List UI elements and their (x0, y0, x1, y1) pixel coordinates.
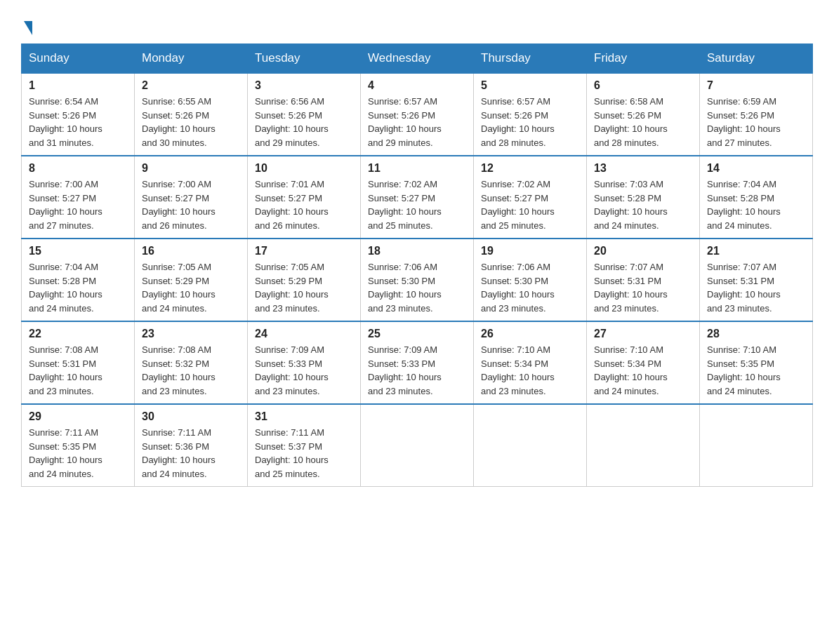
day-info: Sunrise: 7:10 AMSunset: 5:34 PMDaylight:… (594, 344, 668, 396)
calendar-cell: 5 Sunrise: 6:57 AMSunset: 5:26 PMDayligh… (474, 73, 587, 156)
calendar-cell: 9 Sunrise: 7:00 AMSunset: 5:27 PMDayligh… (135, 156, 248, 239)
logo-triangle-icon (24, 21, 32, 35)
calendar-cell: 26 Sunrise: 7:10 AMSunset: 5:34 PMDaylig… (474, 321, 587, 404)
day-info: Sunrise: 7:00 AMSunset: 5:27 PMDaylight:… (29, 179, 102, 231)
day-info: Sunrise: 7:06 AMSunset: 5:30 PMDaylight:… (481, 262, 555, 314)
day-info: Sunrise: 6:58 AMSunset: 5:26 PMDaylight:… (594, 96, 668, 148)
calendar-cell: 8 Sunrise: 7:00 AMSunset: 5:27 PMDayligh… (22, 156, 135, 239)
weekday-header-monday: Monday (135, 44, 248, 74)
day-info: Sunrise: 7:08 AMSunset: 5:31 PMDaylight:… (29, 344, 102, 396)
day-info: Sunrise: 7:07 AMSunset: 5:31 PMDaylight:… (594, 262, 668, 314)
day-number: 31 (255, 410, 353, 423)
day-number: 30 (142, 410, 240, 423)
weekday-header-friday: Friday (587, 44, 700, 74)
day-number: 16 (142, 245, 240, 257)
calendar-cell: 2 Sunrise: 6:55 AMSunset: 5:26 PMDayligh… (135, 73, 248, 156)
day-number: 28 (707, 328, 805, 340)
calendar-cell: 22 Sunrise: 7:08 AMSunset: 5:31 PMDaylig… (22, 321, 135, 404)
day-info: Sunrise: 7:11 AMSunset: 5:37 PMDaylight:… (255, 427, 329, 479)
calendar-cell: 24 Sunrise: 7:09 AMSunset: 5:33 PMDaylig… (248, 321, 361, 404)
calendar-cell: 21 Sunrise: 7:07 AMSunset: 5:31 PMDaylig… (700, 239, 813, 321)
day-info: Sunrise: 7:10 AMSunset: 5:34 PMDaylight:… (481, 344, 555, 396)
day-number: 22 (29, 328, 127, 340)
day-info: Sunrise: 6:59 AMSunset: 5:26 PMDaylight:… (707, 96, 781, 148)
calendar-cell: 20 Sunrise: 7:07 AMSunset: 5:31 PMDaylig… (587, 239, 700, 321)
calendar-cell: 27 Sunrise: 7:10 AMSunset: 5:34 PMDaylig… (587, 321, 700, 404)
day-info: Sunrise: 6:57 AMSunset: 5:26 PMDaylight:… (368, 96, 442, 148)
day-number: 4 (368, 79, 466, 92)
calendar-cell: 10 Sunrise: 7:01 AMSunset: 5:27 PMDaylig… (248, 156, 361, 239)
day-info: Sunrise: 7:05 AMSunset: 5:29 PMDaylight:… (142, 262, 216, 314)
weekday-header-wednesday: Wednesday (361, 44, 474, 74)
day-info: Sunrise: 7:01 AMSunset: 5:27 PMDaylight:… (255, 179, 329, 231)
day-number: 10 (255, 162, 353, 175)
calendar-cell (700, 404, 813, 487)
day-number: 12 (481, 162, 579, 175)
day-info: Sunrise: 7:04 AMSunset: 5:28 PMDaylight:… (29, 262, 102, 314)
day-info: Sunrise: 7:11 AMSunset: 5:35 PMDaylight:… (29, 427, 102, 479)
day-info: Sunrise: 7:03 AMSunset: 5:28 PMDaylight:… (594, 179, 668, 231)
day-info: Sunrise: 7:04 AMSunset: 5:28 PMDaylight:… (707, 179, 781, 231)
day-number: 3 (255, 79, 353, 92)
calendar-cell: 7 Sunrise: 6:59 AMSunset: 5:26 PMDayligh… (700, 73, 813, 156)
calendar-cell: 11 Sunrise: 7:02 AMSunset: 5:27 PMDaylig… (361, 156, 474, 239)
weekday-header-thursday: Thursday (474, 44, 587, 74)
day-number: 29 (29, 410, 127, 423)
day-info: Sunrise: 7:02 AMSunset: 5:27 PMDaylight:… (368, 179, 442, 231)
page-header (21, 14, 813, 36)
logo-blue-text (21, 21, 32, 36)
day-number: 7 (707, 79, 805, 92)
day-info: Sunrise: 7:08 AMSunset: 5:32 PMDaylight:… (142, 344, 216, 396)
day-number: 23 (142, 328, 240, 340)
day-info: Sunrise: 6:54 AMSunset: 5:26 PMDaylight:… (29, 96, 102, 148)
day-number: 5 (481, 79, 579, 92)
calendar-cell: 29 Sunrise: 7:11 AMSunset: 5:35 PMDaylig… (22, 404, 135, 487)
calendar-cell: 30 Sunrise: 7:11 AMSunset: 5:36 PMDaylig… (135, 404, 248, 487)
day-info: Sunrise: 6:55 AMSunset: 5:26 PMDaylight:… (142, 96, 216, 148)
day-info: Sunrise: 7:10 AMSunset: 5:35 PMDaylight:… (707, 344, 781, 396)
day-info: Sunrise: 7:09 AMSunset: 5:33 PMDaylight:… (255, 344, 329, 396)
day-info: Sunrise: 7:05 AMSunset: 5:29 PMDaylight:… (255, 262, 329, 314)
calendar-cell (361, 404, 474, 487)
calendar-cell: 28 Sunrise: 7:10 AMSunset: 5:35 PMDaylig… (700, 321, 813, 404)
calendar-cell: 14 Sunrise: 7:04 AMSunset: 5:28 PMDaylig… (700, 156, 813, 239)
day-number: 20 (594, 245, 692, 257)
calendar-week-row: 29 Sunrise: 7:11 AMSunset: 5:35 PMDaylig… (22, 404, 813, 487)
day-number: 17 (255, 245, 353, 257)
calendar-cell: 16 Sunrise: 7:05 AMSunset: 5:29 PMDaylig… (135, 239, 248, 321)
weekday-header-sunday: Sunday (22, 44, 135, 74)
calendar-cell: 25 Sunrise: 7:09 AMSunset: 5:33 PMDaylig… (361, 321, 474, 404)
day-number: 13 (594, 162, 692, 175)
calendar-week-row: 22 Sunrise: 7:08 AMSunset: 5:31 PMDaylig… (22, 321, 813, 404)
day-number: 6 (594, 79, 692, 92)
day-number: 19 (481, 245, 579, 257)
day-number: 21 (707, 245, 805, 257)
day-number: 11 (368, 162, 466, 175)
calendar-cell: 18 Sunrise: 7:06 AMSunset: 5:30 PMDaylig… (361, 239, 474, 321)
weekday-header-tuesday: Tuesday (248, 44, 361, 74)
calendar-cell: 23 Sunrise: 7:08 AMSunset: 5:32 PMDaylig… (135, 321, 248, 404)
calendar-cell: 4 Sunrise: 6:57 AMSunset: 5:26 PMDayligh… (361, 73, 474, 156)
weekday-header-saturday: Saturday (700, 44, 813, 74)
weekday-header-row: SundayMondayTuesdayWednesdayThursdayFrid… (22, 44, 813, 74)
day-number: 14 (707, 162, 805, 175)
calendar-table: SundayMondayTuesdayWednesdayThursdayFrid… (21, 43, 813, 487)
day-number: 9 (142, 162, 240, 175)
day-number: 2 (142, 79, 240, 92)
calendar-cell (587, 404, 700, 487)
day-number: 8 (29, 162, 127, 175)
day-info: Sunrise: 7:07 AMSunset: 5:31 PMDaylight:… (707, 262, 781, 314)
calendar-cell: 19 Sunrise: 7:06 AMSunset: 5:30 PMDaylig… (474, 239, 587, 321)
day-number: 27 (594, 328, 692, 340)
calendar-cell: 12 Sunrise: 7:02 AMSunset: 5:27 PMDaylig… (474, 156, 587, 239)
day-info: Sunrise: 7:02 AMSunset: 5:27 PMDaylight:… (481, 179, 555, 231)
day-info: Sunrise: 7:06 AMSunset: 5:30 PMDaylight:… (368, 262, 442, 314)
calendar-cell: 1 Sunrise: 6:54 AMSunset: 5:26 PMDayligh… (22, 73, 135, 156)
calendar-week-row: 15 Sunrise: 7:04 AMSunset: 5:28 PMDaylig… (22, 239, 813, 321)
logo (21, 21, 32, 36)
day-number: 25 (368, 328, 466, 340)
day-number: 15 (29, 245, 127, 257)
day-info: Sunrise: 7:00 AMSunset: 5:27 PMDaylight:… (142, 179, 216, 231)
calendar-cell (474, 404, 587, 487)
calendar-week-row: 1 Sunrise: 6:54 AMSunset: 5:26 PMDayligh… (22, 73, 813, 156)
